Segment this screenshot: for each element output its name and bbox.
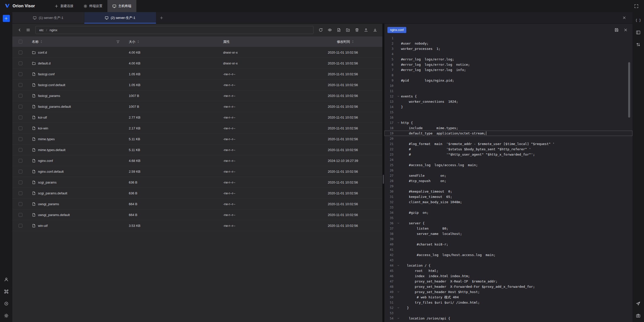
code-line-29[interactable]: 29 (384, 184, 632, 189)
fold-toggle[interactable] (395, 95, 401, 98)
sort-toggle-size[interactable] (137, 40, 140, 43)
upload-button[interactable] (362, 26, 370, 34)
code-line-9[interactable]: 9#pid logs/nginx.pid; (384, 78, 632, 83)
file-name[interactable]: mime.types.default (38, 148, 65, 152)
file-row-nginx.conf.default[interactable]: nginx.conf.default2.59 KB-rw-r--r--2020-… (12, 166, 382, 177)
new-folder-button[interactable] (344, 26, 352, 34)
row-checkbox[interactable] (19, 181, 22, 184)
code-line-37[interactable]: 37 listen 80; (384, 226, 632, 231)
code-line-40[interactable]: 40 #charset koi8-r; (384, 242, 632, 247)
file-row-fastcgi_params[interactable]: fastcgi_params1007 B-rw-r--r--2020-11-01… (12, 90, 382, 101)
fold-toggle[interactable] (395, 291, 401, 293)
file-row-koi-win[interactable]: koi-win2.17 KB-rw-r--r--2020-11-01 10:02… (12, 123, 382, 134)
file-row-uwsgi_params.default[interactable]: uwsgi_params.default664 B-rw-r--r--2020-… (12, 209, 382, 220)
code-line-20[interactable]: 20 (384, 136, 632, 141)
row-checkbox[interactable] (19, 116, 22, 119)
new-tab-button[interactable] (3, 15, 10, 22)
command-button[interactable] (4, 289, 9, 294)
code-line-46[interactable]: 46 index index.html index.htm; (384, 273, 632, 279)
row-checkbox[interactable] (19, 159, 22, 163)
code-line-44[interactable]: 44 location / { (384, 263, 632, 268)
nav-new-connection[interactable]: 新建连接 (50, 0, 78, 12)
code-line-32[interactable]: 32 client_max_body_size 1048m; (384, 199, 632, 205)
file-name[interactable]: default.d (38, 61, 51, 65)
sort-toggle-name[interactable] (40, 40, 43, 43)
row-checkbox[interactable] (19, 105, 22, 109)
file-row-fastcgi_params.default[interactable]: fastcgi_params.default1007 B-rw-r--r--20… (12, 101, 382, 112)
file-name[interactable]: nginx.conf.default (38, 170, 64, 173)
column-header-name[interactable]: 名称 (28, 40, 125, 44)
user-button[interactable] (4, 277, 9, 282)
file-name[interactable]: conf.d (38, 51, 47, 54)
code-line-43[interactable]: 43 (384, 258, 632, 263)
code-line-15[interactable]: 15 (384, 110, 632, 115)
breadcrumb[interactable]: etc/nginx (35, 26, 313, 34)
row-checkbox[interactable] (19, 148, 22, 152)
row-checkbox[interactable] (19, 137, 22, 141)
file-row-scgi_params[interactable]: scgi_params636 B-rw-r--r--2020-11-01 10:… (12, 177, 382, 188)
fold-toggle[interactable] (395, 317, 401, 320)
file-name[interactable]: mime.types (38, 137, 55, 141)
list-view-button[interactable] (24, 26, 32, 34)
code-line-26[interactable]: 26 (384, 168, 632, 173)
file-row-fastcgi.conf.default[interactable]: fastcgi.conf.default1.05 KB-rw-r--r--202… (12, 80, 382, 90)
code-line-18[interactable]: 18 include mime.types; (384, 125, 632, 131)
save-file-button[interactable] (613, 26, 620, 34)
terminal-tab-2[interactable]: (2) server-生产-1 (84, 12, 156, 23)
sort-toggle-mtime[interactable] (351, 40, 354, 43)
code-line-10[interactable]: 10 (384, 83, 632, 88)
fold-toggle[interactable] (395, 222, 401, 225)
file-row-default.d[interactable]: default.d4.00 KBdrwxr-xr-x2020-11-01 10:… (12, 58, 382, 69)
column-header-mtime[interactable]: 修改时间 (328, 40, 382, 44)
nav-host-terminal[interactable]: 主机终端 (107, 0, 136, 12)
file-name[interactable]: fastcgi_params.default (38, 105, 71, 109)
code-line-41[interactable]: 41 (384, 247, 632, 252)
row-checkbox[interactable] (19, 191, 22, 195)
code-line-54[interactable]: 54 location /orion/api { (384, 316, 632, 321)
breadcrumb-segment-nginx[interactable]: nginx (50, 28, 57, 32)
code-line-14[interactable]: 14} (384, 104, 632, 110)
settings-button[interactable] (4, 313, 9, 318)
column-header-size[interactable]: 大小 (125, 40, 220, 44)
braces-button[interactable]: { } (635, 18, 641, 23)
code-line-12[interactable]: 12events { (384, 94, 632, 99)
file-name[interactable]: win-utf (38, 224, 48, 228)
fold-toggle[interactable] (395, 264, 401, 267)
row-checkbox[interactable] (19, 83, 22, 87)
row-checkbox[interactable] (19, 202, 22, 206)
file-row-scgi_params.default[interactable]: scgi_params.default636 B-rw-r--r--2020-1… (12, 188, 382, 199)
code-line-28[interactable]: 28 #tcp_nopush on; (384, 178, 632, 184)
code-line-16[interactable]: 16 (384, 115, 632, 120)
file-row-win-utf[interactable]: win-utf3.53 KB-rw-r--r--2020-11-01 10:02… (12, 220, 382, 231)
file-name[interactable]: koi-win (38, 126, 48, 130)
file-name[interactable]: nginx.conf (38, 159, 53, 163)
file-name[interactable]: fastcgi.conf (38, 72, 55, 76)
file-name[interactable]: uwsgi_params (38, 202, 59, 206)
fold-toggle[interactable] (395, 306, 401, 309)
code-line-5[interactable]: 5#error_log logs/error.log; (384, 57, 632, 62)
file-row-fastcgi.conf[interactable]: fastcgi.conf1.05 KB-rw-r--r--2020-11-01 … (12, 69, 382, 80)
code-line-38[interactable]: 38 server_name localhost; (384, 231, 632, 236)
code-line-1[interactable]: 1 (384, 35, 632, 41)
code-line-34[interactable]: 34 #gzip on; (384, 210, 632, 215)
file-row-uwsgi_params[interactable]: uwsgi_params664 B-rw-r--r--2020-11-01 10… (12, 199, 382, 209)
editor-body[interactable]: 12#user nobody;3worker_processes 1;45#er… (384, 35, 632, 322)
eye-button[interactable] (326, 26, 334, 34)
editor-scrollbar-thumb[interactable] (628, 62, 630, 118)
back-button[interactable] (16, 26, 23, 34)
file-name[interactable]: scgi_params.default (38, 191, 67, 195)
code-line-48[interactable]: 48 proxy_set_header X-Forwarded-For $pro… (384, 284, 632, 289)
code-line-33[interactable]: 33 (384, 205, 632, 210)
code-line-11[interactable]: 11 (384, 88, 632, 94)
code-line-31[interactable]: 31 keepalive_timeout 65; (384, 194, 632, 199)
code-line-47[interactable]: 47 proxy_set_header X-Real-IP $remote_ad… (384, 279, 632, 284)
row-checkbox[interactable] (19, 51, 22, 54)
add-tab-button[interactable] (156, 12, 167, 23)
code-line-3[interactable]: 3worker_processes 1; (384, 46, 632, 51)
row-checkbox[interactable] (19, 170, 22, 173)
close-file-button[interactable] (622, 26, 629, 34)
code-line-42[interactable]: 42 #access_log logs/host.access.log main… (384, 252, 632, 258)
code-line-7[interactable]: 7#error_log logs/error.log info; (384, 67, 632, 73)
row-checkbox[interactable] (19, 213, 22, 217)
close-panel-button[interactable] (620, 14, 628, 22)
